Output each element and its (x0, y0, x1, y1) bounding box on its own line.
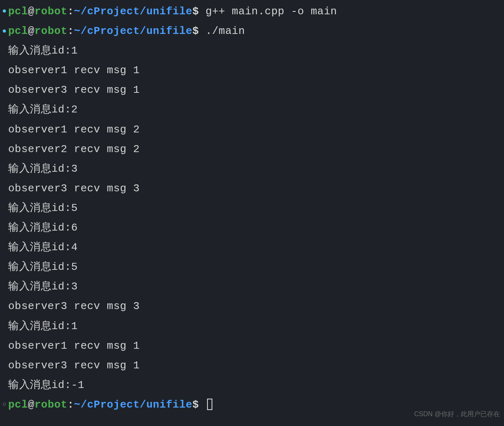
prompt-colon: : (67, 25, 74, 37)
terminal-line: ●pcl@robot:~/cProject/unifile$ ./main (0, 21, 504, 41)
prompt-bullet-icon: ● (1, 25, 8, 38)
output-text: 输入消息id:5 (8, 202, 78, 214)
prompt-symbol: $ (192, 5, 205, 18)
watermark-text: CSDN @你好，此用户已存在 (414, 408, 500, 420)
prompt-user: pcl (8, 5, 28, 18)
terminal-line: 输入消息id:6 (0, 218, 504, 238)
prompt-at: @ (28, 25, 34, 37)
prompt-host: robot (34, 399, 67, 411)
prompt-user: pcl (8, 25, 28, 37)
output-text: observer3 recv msg 3 (8, 300, 140, 312)
terminal-line: 输入消息id:1 (0, 41, 504, 61)
terminal-line: ●pcl@robot:~/cProject/unifile$ g++ main.… (0, 2, 504, 21)
terminal-line: 输入消息id:4 (0, 238, 504, 257)
terminal-line: observer1 recv msg 1 (0, 61, 504, 80)
output-text: 输入消息id:5 (8, 261, 78, 273)
terminal-output[interactable]: ●pcl@robot:~/cProject/unifile$ g++ main.… (0, 2, 504, 415)
terminal-line: 输入消息id:5 (0, 257, 504, 277)
output-text: 输入消息id:3 (8, 280, 78, 293)
command-text: g++ main.cpp -o main (205, 5, 337, 18)
prompt-colon: : (67, 399, 74, 411)
terminal-line: observer3 recv msg 3 (0, 179, 504, 198)
output-text: observer3 recv msg 1 (8, 359, 140, 372)
output-text: 输入消息id:1 (8, 320, 78, 332)
terminal-line: 输入消息id:5 (0, 198, 504, 218)
prompt-at: @ (28, 5, 34, 18)
terminal-line: observer3 recv msg 3 (0, 296, 504, 316)
command-text: ./main (205, 25, 245, 37)
prompt-path: ~/cProject/unifile (74, 399, 192, 411)
terminal-line: observer1 recv msg 2 (0, 120, 504, 139)
prompt-bullet-hollow-icon: ○ (1, 399, 8, 411)
cursor-icon (207, 399, 212, 410)
terminal-line: 输入消息id:3 (0, 277, 504, 296)
output-text: observer1 recv msg 1 (8, 64, 140, 76)
prompt-host: robot (34, 25, 67, 37)
output-text: 输入消息id:1 (8, 45, 78, 57)
terminal-line: observer2 recv msg 2 (0, 139, 504, 159)
prompt-colon: : (67, 5, 74, 18)
prompt-path: ~/cProject/unifile (74, 5, 192, 18)
prompt-at: @ (28, 399, 34, 411)
output-text: observer1 recv msg 2 (8, 123, 140, 136)
output-text: 输入消息id:-1 (8, 379, 85, 391)
output-text: observer1 recv msg 1 (8, 340, 140, 352)
prompt-symbol: $ (192, 25, 205, 37)
output-text: observer2 recv msg 2 (8, 143, 140, 155)
prompt-user: pcl (8, 399, 28, 411)
terminal-line: 输入消息id:2 (0, 100, 504, 119)
output-text: observer3 recv msg 1 (8, 84, 140, 96)
prompt-host: robot (34, 5, 67, 18)
prompt-bullet-icon: ● (1, 4, 8, 18)
terminal-line: observer1 recv msg 1 (0, 336, 504, 356)
output-text: observer3 recv msg 3 (8, 182, 140, 195)
terminal-line: 输入消息id:1 (0, 316, 504, 336)
output-text: 输入消息id:3 (8, 163, 78, 175)
prompt-symbol: $ (192, 399, 205, 411)
terminal-line: observer3 recv msg 1 (0, 80, 504, 100)
output-text: 输入消息id:4 (8, 241, 78, 253)
terminal-line: 输入消息id:3 (0, 159, 504, 179)
output-text: 输入消息id:6 (8, 222, 78, 234)
prompt-path: ~/cProject/unifile (74, 25, 192, 37)
terminal-line: observer3 recv msg 1 (0, 356, 504, 375)
output-text: 输入消息id:2 (8, 103, 78, 116)
terminal-line: 输入消息id:-1 (0, 375, 504, 395)
